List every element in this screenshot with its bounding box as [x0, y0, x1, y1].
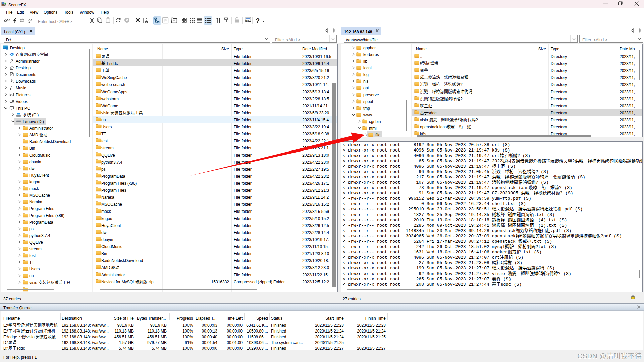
svg-text:?: ?	[256, 17, 260, 24]
